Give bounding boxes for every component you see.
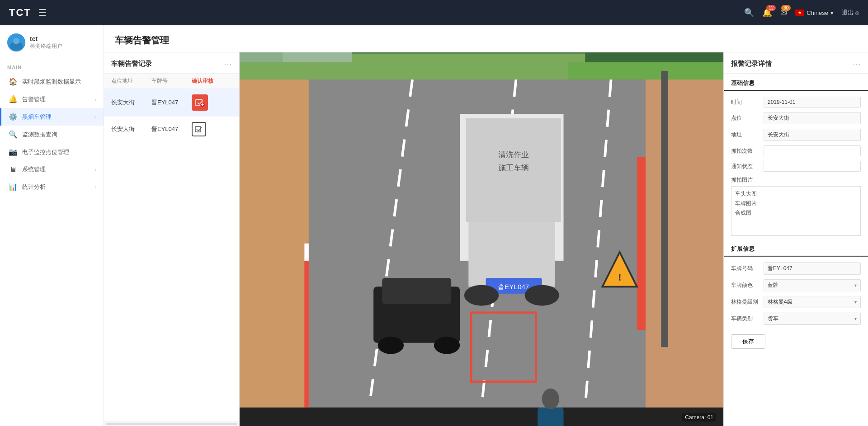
vehicle-type-select[interactable]: 货车 ▾ [764,313,861,325]
svg-rect-20 [304,243,309,407]
alert-list-scrollbar[interactable] [104,421,239,426]
alert-row[interactable]: 长安大街 晋EYL047 [104,89,239,117]
video-frame: 清洗作业 施工车辆 晋EYL047 ! [240,52,723,426]
field-plate-color: 车牌颜色 蓝牌 ▾ [724,277,868,294]
field-capture-count: 抓拍次数 [724,143,868,159]
sidebar-item-blacksmoke[interactable]: ⚙️ 黑烟车管理 ‹ [0,108,104,126]
vehicle-type-dropdown-icon: ▾ [854,316,857,321]
sidebar-item-label-realtime: 实时黑烟监测数据显示 [22,78,96,86]
details-more-icon[interactable]: ⋯ [853,59,861,69]
field-ringelman: 林格曼级别 林格曼4级 ▾ [724,294,868,310]
svg-rect-25 [468,218,555,287]
vehicle-type-value: 货车 [768,315,778,323]
sidebar-toggle-icon[interactable]: ☰ [38,7,47,18]
alert-table-header: 点位地址 车牌号 确认审核 [104,74,239,89]
camera-label: Camera: 01 [682,413,716,421]
chevron-right-icon-system: ‹ [94,167,96,172]
sidebar: tct 检测终端用户 MAIN 🏠 实时黑烟监测数据显示 🔔 告警管理 ‹ ⚙️… [0,25,104,426]
bell-button[interactable]: 🔔 12 [762,8,772,18]
time-value: 2019-11-01 [764,97,861,108]
svg-text:施工车辆: 施工车辆 [498,163,529,172]
sidebar-item-realtime[interactable]: 🏠 实时黑烟监测数据显示 [0,73,104,90]
app-logo: TCT [9,7,31,19]
confirm-done-icon[interactable] [192,122,206,136]
language-label: Chinese [807,9,828,16]
sidebar-item-label-blacksmoke: 黑烟车管理 [22,113,90,121]
image-item-2[interactable]: 车牌图片 [735,200,857,207]
location-label: 点位 [731,114,760,122]
field-address: 地址 长安大街 [724,126,868,143]
sidebar-item-system[interactable]: 🖥 系统管理 ‹ [0,161,104,178]
flag-icon: ★ [795,9,804,16]
sidebar-item-alert[interactable]: 🔔 告警管理 ‹ [0,90,104,108]
alert-row-address: 长安大街 [111,125,151,133]
alert-row-plate: 晋EYL047 [151,125,192,133]
svg-point-32 [525,285,559,306]
alert-list-title: 车辆告警记录 [111,60,152,68]
capture-count-value [764,145,861,156]
plate-color-label: 车牌颜色 [731,281,760,289]
ringelman-select[interactable]: 林格曼4级 ▾ [764,296,861,308]
chevron-right-icon-stats: ‹ [94,184,96,190]
sidebar-username: tct [30,35,62,42]
svg-point-38 [434,337,460,354]
main-content: 车辆告警管理 车辆告警记录 ⋯ 点位地址 车牌号 确认审核 长安大街 [104,25,868,426]
image-item-3[interactable]: 合成图 [735,209,857,217]
svg-line-7 [197,129,198,131]
alert-list-header: 车辆告警记录 ⋯ [104,52,239,74]
notify-label: 通知状态 [731,163,760,170]
sidebar-item-monitor[interactable]: 🔍 监测数据查询 [0,126,104,143]
logout-icon: ⎋ [855,9,859,16]
alert-list-more-icon[interactable]: ⋯ [224,59,232,69]
mail-button[interactable]: ✉ 30 [780,8,787,18]
time-label: 时间 [731,98,760,106]
mail-badge: 30 [781,5,791,11]
svg-rect-19 [240,80,309,407]
svg-rect-14 [283,52,352,62]
field-images: 抓拍图片 [724,174,868,186]
search-button[interactable]: 🔍 [744,8,754,18]
field-notify: 通知状态 [724,159,868,174]
main-layout: tct 检测终端用户 MAIN 🏠 实时黑烟监测数据显示 🔔 告警管理 ‹ ⚙️… [0,25,868,426]
vehicle-type-label: 车辆类别 [731,315,760,323]
alert-list-panel: 车辆告警记录 ⋯ 点位地址 车牌号 确认审核 长安大街 晋EYL047 [104,52,240,426]
image-item-1[interactable]: 车头大图 [735,190,857,198]
page-title: 车辆告警管理 [115,34,857,47]
language-selector[interactable]: ★ Chinese ▾ [795,9,834,16]
search-nav-icon: 🔍 [9,130,18,139]
language-dropdown-icon: ▾ [830,9,834,16]
sidebar-section-main: MAIN [0,58,104,73]
alert-row[interactable]: 长安大街 晋EYL047 [104,117,239,142]
col-header-confirm: 确认审核 [192,77,232,85]
home-icon: 🏠 [9,77,18,86]
topnav-right: 🔍 🔔 12 ✉ 30 ★ Chinese ▾ 退出 ⎋ [744,8,859,18]
alert-row-confirm[interactable] [192,122,232,136]
chevron-right-icon-alert: ‹ [94,97,96,102]
col-header-plate: 车牌号 [151,77,192,85]
address-label: 地址 [731,131,760,139]
sidebar-item-stats[interactable]: 📊 统计分析 ‹ [0,178,104,196]
alert-row-confirm[interactable] [192,94,232,111]
svg-rect-22 [646,80,723,407]
logout-button[interactable]: 退出 ⎋ [842,9,859,17]
confirm-active-icon[interactable] [192,94,208,111]
location-value: 长安大街 [764,112,861,124]
save-button[interactable]: 保存 [731,334,765,349]
scroll-track [106,423,237,425]
field-time: 时间 2019-11-01 [724,94,868,110]
plate-color-select[interactable]: 蓝牌 ▾ [764,279,861,291]
svg-point-31 [464,285,499,306]
details-header: 报警记录详情 ⋯ [724,52,868,74]
bell-nav-icon: 🔔 [9,95,18,103]
details-panel: 报警记录详情 ⋯ 基础信息 时间 2019-11-01 点位 长安大街 地址 长… [723,52,868,426]
sidebar-item-camera[interactable]: 📷 电子监控点位管理 [0,143,104,161]
extend-info-section: 扩展信息 [724,239,868,257]
camera-icon: 📷 [9,148,18,156]
svg-rect-40 [538,407,563,426]
svg-rect-36 [382,278,451,304]
sidebar-item-label-system: 系统管理 [22,165,90,173]
sidebar-user-role: 检测终端用户 [30,42,62,50]
logout-label: 退出 [842,9,854,17]
svg-rect-12 [568,62,723,80]
user-info: tct 检测终端用户 [30,35,62,50]
